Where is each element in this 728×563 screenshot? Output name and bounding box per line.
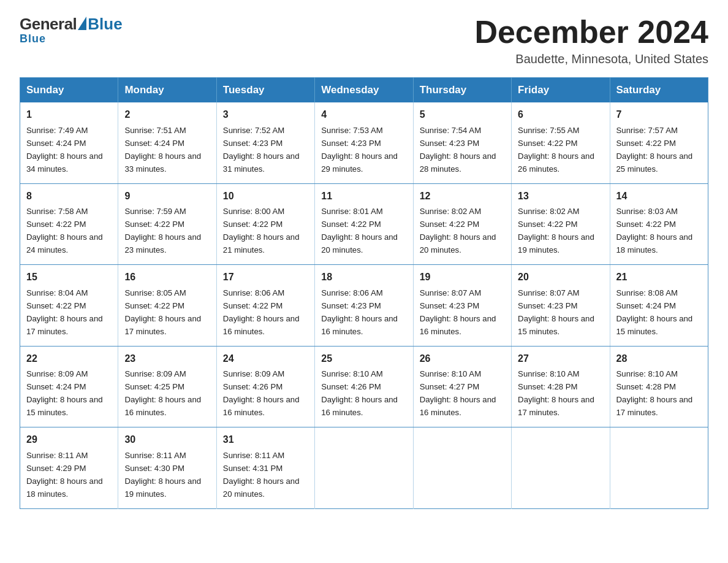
day-info: Sunrise: 8:09 AMSunset: 4:24 PMDaylight:… [26, 369, 103, 417]
weekday-header-tuesday: Tuesday [216, 78, 314, 103]
calendar-cell: 22Sunrise: 8:09 AMSunset: 4:24 PMDayligh… [20, 346, 118, 427]
calendar-cell: 5Sunrise: 7:54 AMSunset: 4:23 PMDaylight… [413, 102, 511, 183]
day-number: 11 [321, 189, 406, 204]
title-area: December 2024 Baudette, Minnesota, Unite… [474, 15, 708, 66]
calendar-week-row: 1Sunrise: 7:49 AMSunset: 4:24 PMDaylight… [20, 102, 708, 183]
day-number: 19 [420, 270, 505, 285]
day-info: Sunrise: 8:07 AMSunset: 4:23 PMDaylight:… [518, 288, 594, 336]
day-info: Sunrise: 8:02 AMSunset: 4:22 PMDaylight:… [420, 207, 496, 255]
calendar-cell: 28Sunrise: 8:10 AMSunset: 4:28 PMDayligh… [610, 346, 708, 427]
day-number: 24 [223, 351, 308, 367]
day-info: Sunrise: 8:09 AMSunset: 4:25 PMDaylight:… [124, 369, 201, 417]
logo-general-text: General [20, 15, 77, 34]
day-number: 28 [616, 351, 702, 367]
day-info: Sunrise: 8:03 AMSunset: 4:22 PMDaylight:… [616, 207, 693, 255]
day-info: Sunrise: 8:08 AMSunset: 4:24 PMDaylight:… [616, 288, 693, 336]
logo-triangle-icon [78, 17, 86, 30]
calendar-cell: 27Sunrise: 8:10 AMSunset: 4:28 PMDayligh… [512, 346, 610, 427]
calendar-cell: 11Sunrise: 8:01 AMSunset: 4:22 PMDayligh… [315, 183, 413, 264]
calendar-cell: 1Sunrise: 7:49 AMSunset: 4:24 PMDaylight… [20, 102, 118, 183]
day-number: 1 [26, 107, 112, 123]
day-number: 30 [124, 432, 210, 448]
day-info: Sunrise: 7:51 AMSunset: 4:24 PMDaylight:… [124, 126, 201, 174]
day-info: Sunrise: 8:04 AMSunset: 4:22 PMDaylight:… [26, 288, 103, 336]
day-info: Sunrise: 8:10 AMSunset: 4:26 PMDaylight:… [321, 369, 398, 417]
day-number: 9 [124, 189, 210, 204]
day-number: 27 [518, 351, 603, 367]
calendar-cell: 9Sunrise: 7:59 AMSunset: 4:22 PMDaylight… [118, 183, 216, 264]
day-info: Sunrise: 7:57 AMSunset: 4:22 PMDaylight:… [616, 126, 693, 174]
calendar-cell: 15Sunrise: 8:04 AMSunset: 4:22 PMDayligh… [20, 265, 118, 346]
day-info: Sunrise: 7:59 AMSunset: 4:22 PMDaylight:… [124, 207, 201, 255]
location-title: Baudette, Minnesota, United States [474, 52, 708, 66]
calendar-week-row: 15Sunrise: 8:04 AMSunset: 4:22 PMDayligh… [20, 265, 708, 346]
day-number: 12 [420, 189, 505, 204]
calendar-cell [512, 427, 610, 508]
day-info: Sunrise: 7:58 AMSunset: 4:22 PMDaylight:… [26, 207, 103, 255]
calendar-cell: 4Sunrise: 7:53 AMSunset: 4:23 PMDaylight… [315, 102, 413, 183]
day-info: Sunrise: 7:49 AMSunset: 4:24 PMDaylight:… [26, 126, 103, 174]
day-info: Sunrise: 8:05 AMSunset: 4:22 PMDaylight:… [124, 288, 201, 336]
calendar-cell: 23Sunrise: 8:09 AMSunset: 4:25 PMDayligh… [118, 346, 216, 427]
day-number: 13 [518, 189, 603, 204]
day-number: 3 [223, 107, 308, 123]
weekday-header-wednesday: Wednesday [315, 78, 413, 103]
day-info: Sunrise: 8:10 AMSunset: 4:28 PMDaylight:… [616, 369, 693, 417]
calendar-cell: 12Sunrise: 8:02 AMSunset: 4:22 PMDayligh… [413, 183, 511, 264]
logo: General Blue Blue [20, 15, 123, 45]
day-number: 2 [124, 107, 210, 123]
day-number: 10 [223, 189, 308, 204]
day-info: Sunrise: 8:06 AMSunset: 4:23 PMDaylight:… [321, 288, 398, 336]
calendar-cell: 10Sunrise: 8:00 AMSunset: 4:22 PMDayligh… [216, 183, 314, 264]
day-number: 25 [321, 351, 406, 367]
calendar-cell: 19Sunrise: 8:07 AMSunset: 4:23 PMDayligh… [413, 265, 511, 346]
day-info: Sunrise: 8:06 AMSunset: 4:22 PMDaylight:… [223, 288, 300, 336]
logo-blue-text: Blue [88, 15, 122, 34]
calendar-cell [610, 427, 708, 508]
calendar-cell: 20Sunrise: 8:07 AMSunset: 4:23 PMDayligh… [512, 265, 610, 346]
calendar-cell [413, 427, 511, 508]
day-info: Sunrise: 7:54 AMSunset: 4:23 PMDaylight:… [420, 126, 496, 174]
calendar-cell: 2Sunrise: 7:51 AMSunset: 4:24 PMDaylight… [118, 102, 216, 183]
day-number: 6 [518, 107, 603, 123]
day-info: Sunrise: 8:00 AMSunset: 4:22 PMDaylight:… [223, 207, 300, 255]
calendar-week-row: 29Sunrise: 8:11 AMSunset: 4:29 PMDayligh… [20, 427, 708, 508]
logo-underline: Blue [20, 33, 46, 45]
day-info: Sunrise: 8:09 AMSunset: 4:26 PMDaylight:… [223, 369, 300, 417]
weekday-header-sunday: Sunday [20, 78, 118, 103]
calendar-cell: 14Sunrise: 8:03 AMSunset: 4:22 PMDayligh… [610, 183, 708, 264]
day-info: Sunrise: 7:52 AMSunset: 4:23 PMDaylight:… [223, 126, 300, 174]
page-header: General Blue Blue December 2024 Baudette… [20, 15, 708, 66]
weekday-header-friday: Friday [512, 78, 610, 103]
calendar-week-row: 22Sunrise: 8:09 AMSunset: 4:24 PMDayligh… [20, 346, 708, 427]
day-number: 17 [223, 270, 308, 285]
day-number: 5 [420, 107, 505, 123]
day-number: 22 [26, 351, 112, 367]
day-info: Sunrise: 8:11 AMSunset: 4:29 PMDaylight:… [26, 451, 103, 499]
calendar-cell: 16Sunrise: 8:05 AMSunset: 4:22 PMDayligh… [118, 265, 216, 346]
day-number: 18 [321, 270, 406, 285]
day-number: 4 [321, 107, 406, 123]
day-info: Sunrise: 8:10 AMSunset: 4:27 PMDaylight:… [420, 369, 496, 417]
weekday-header-thursday: Thursday [413, 78, 511, 103]
day-info: Sunrise: 8:11 AMSunset: 4:31 PMDaylight:… [223, 451, 300, 499]
day-number: 15 [26, 270, 112, 285]
day-info: Sunrise: 8:11 AMSunset: 4:30 PMDaylight:… [124, 451, 201, 499]
day-number: 23 [124, 351, 210, 367]
calendar-cell: 31Sunrise: 8:11 AMSunset: 4:31 PMDayligh… [216, 427, 314, 508]
day-number: 7 [616, 107, 702, 123]
calendar-cell: 29Sunrise: 8:11 AMSunset: 4:29 PMDayligh… [20, 427, 118, 508]
calendar-header-row: SundayMondayTuesdayWednesdayThursdayFrid… [20, 78, 708, 103]
calendar-cell: 21Sunrise: 8:08 AMSunset: 4:24 PMDayligh… [610, 265, 708, 346]
calendar-cell: 18Sunrise: 8:06 AMSunset: 4:23 PMDayligh… [315, 265, 413, 346]
day-info: Sunrise: 8:02 AMSunset: 4:22 PMDaylight:… [518, 207, 594, 255]
calendar-cell: 7Sunrise: 7:57 AMSunset: 4:22 PMDaylight… [610, 102, 708, 183]
month-title: December 2024 [474, 15, 708, 50]
calendar-cell [315, 427, 413, 508]
calendar-cell: 17Sunrise: 8:06 AMSunset: 4:22 PMDayligh… [216, 265, 314, 346]
day-info: Sunrise: 7:53 AMSunset: 4:23 PMDaylight:… [321, 126, 398, 174]
day-number: 31 [223, 432, 308, 448]
weekday-header-saturday: Saturday [610, 78, 708, 103]
weekday-header-monday: Monday [118, 78, 216, 103]
calendar-cell: 8Sunrise: 7:58 AMSunset: 4:22 PMDaylight… [20, 183, 118, 264]
